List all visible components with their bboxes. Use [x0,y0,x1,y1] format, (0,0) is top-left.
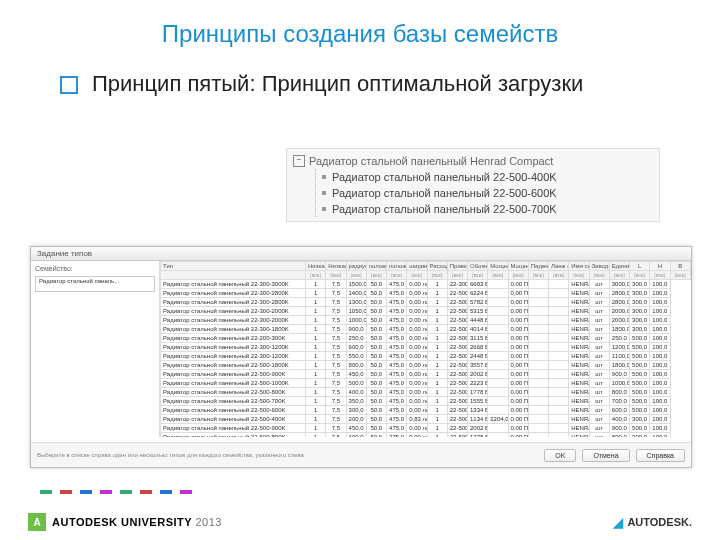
col-header[interactable]: L [630,262,650,271]
table-row[interactable]: Радиатор стальной панельный 22-300-1800K… [161,325,691,334]
tree-parent[interactable]: Радиатор стальной панельный Henrad Compa… [309,155,553,167]
table-cell: 0,00 л/с [407,316,427,325]
col-header[interactable]: положение_B [387,262,407,271]
table-cell: 900,0 [346,325,366,334]
table-cell: 0,83 л/с [407,415,427,424]
table-cell: шт [589,289,609,298]
ok-button[interactable]: OK [544,449,576,462]
table-row[interactable]: Радиатор стальной панельный 22-200-300K1… [161,334,691,343]
types-table-wrap[interactable]: ТипНизкая детализация_1Низкая детализаци… [160,261,691,437]
col-header[interactable]: Ланж окно [549,262,569,271]
units-cell[interactable]: (все) [447,271,467,280]
table-row[interactable]: Радиатор стальной панельный 22-300-2000K… [161,307,691,316]
help-button[interactable]: Справка [636,449,685,462]
table-cell: 50,0 [366,397,386,406]
units-cell[interactable]: (все) [650,271,670,280]
col-header[interactable]: радиус подключения [346,262,366,271]
table-cell: 1 [306,433,326,438]
units-cell[interactable]: (все) [468,271,488,280]
col-header[interactable]: Падение давления [528,262,548,271]
table-cell: 1400,0 [346,289,366,298]
tree-child[interactable]: Радиатор стальной панельный 22-500-600K [332,187,557,199]
family-select[interactable]: Радиатор стальной панель... [35,276,155,292]
table-cell [528,406,548,415]
col-header[interactable]: Мощность прибора [508,262,528,271]
table-row[interactable]: Радиатор стальной панельный 22-300-2000K… [161,316,691,325]
tree-child[interactable]: Радиатор стальной панельный 22-500-400K [332,171,557,183]
col-header[interactable]: положение_L [366,262,386,271]
table-cell: Радиатор стальной панельный 22-500-700K [161,397,306,406]
table-cell: 0,00 Па [508,316,528,325]
units-cell[interactable]: (все) [609,271,629,280]
table-cell: 0,00 л/с [407,370,427,379]
cancel-button[interactable]: Отмена [582,449,629,462]
table-cell: 1 [306,289,326,298]
units-cell[interactable]: (все) [427,271,447,280]
units-cell[interactable]: (все) [589,271,609,280]
units-cell[interactable]: (все) [508,271,528,280]
units-cell[interactable]: (все) [630,271,650,280]
table-cell: 22-500-60 [447,406,467,415]
units-cell[interactable]: (все) [326,271,346,280]
table-cell: 1 [427,370,447,379]
units-cell[interactable]: (все) [670,271,691,280]
tree-collapse-icon[interactable]: − [293,155,305,167]
table-cell: шт [589,334,609,343]
table-cell: 1 [427,307,447,316]
col-header[interactable]: Завод-изготовитель [589,262,609,271]
table-row[interactable]: Радиатор стальной панельный 22-500-800K1… [161,388,691,397]
table-cell: шт [589,388,609,397]
col-header[interactable]: Расход [427,262,447,271]
table-cell: HENRAD [569,298,589,307]
table-cell: 100,0 [650,352,670,361]
col-header[interactable]: ширина вен. [407,262,427,271]
col-header[interactable]: Низкая детализация_1 [306,262,326,271]
table-row[interactable]: Радиатор стальной панельный 22-300-3000K… [161,280,691,289]
units-cell[interactable]: (все) [549,271,569,280]
table-row[interactable]: Радиатор стальной панельный 22-500-900K1… [161,424,691,433]
table-row[interactable]: Радиатор стальной панельный 22-500-700K1… [161,397,691,406]
units-cell[interactable]: (все) [528,271,548,280]
table-row[interactable]: Радиатор стальной панельный 22-500-900K1… [161,370,691,379]
units-cell[interactable]: (все) [306,271,326,280]
table-row[interactable]: Радиатор стальной панельный 22-500-400K1… [161,415,691,424]
units-cell[interactable]: (все) [407,271,427,280]
table-row[interactable]: Радиатор стальной панельный 22-500-800K1… [161,433,691,438]
table-row[interactable]: Радиатор стальной панельный 22-300-2800K… [161,289,691,298]
table-row[interactable]: Радиатор стальной панельный 22-300-2800K… [161,298,691,307]
units-cell[interactable]: (все) [488,271,508,280]
table-cell: 500,0 [630,334,650,343]
col-header[interactable]: Правка системы [447,262,467,271]
table-cell: 100,0 [650,388,670,397]
table-cell: 1 [427,325,447,334]
col-header[interactable]: Имя системы [569,262,589,271]
table-cell [549,298,569,307]
tree-child[interactable]: Радиатор стальной панельный 22-500-700K [332,203,557,215]
table-cell: 100,0 [650,370,670,379]
table-cell: HENRAD [569,334,589,343]
units-cell[interactable]: (все) [387,271,407,280]
table-cell: 22-500-16 [447,307,467,316]
units-cell[interactable]: (все) [569,271,589,280]
units-cell[interactable]: (все) [346,271,366,280]
table-cell [528,325,548,334]
col-header[interactable]: Тип [161,262,306,271]
table-cell: Радиатор стальной панельный 22-300-1200K [161,352,306,361]
table-cell: 1100,0 [609,352,629,361]
col-header[interactable]: Обозначение для марки [468,262,488,271]
units-cell[interactable]: (все) [366,271,386,280]
table-row[interactable]: Радиатор стальной панельный 22-500-1800K… [161,361,691,370]
table-cell: 100,0 [650,433,670,438]
table-row[interactable]: Радиатор стальной панельный 22-300-1200K… [161,343,691,352]
table-row[interactable]: Радиатор стальной панельный 22-500-600K1… [161,406,691,415]
col-header[interactable]: Низкая детализация_2 [326,262,346,271]
col-header[interactable]: Единица измерения [609,262,629,271]
col-header[interactable]: B [670,262,691,271]
col-header[interactable]: Мощность прибора при норм. [488,262,508,271]
table-cell: 900,0 [609,424,629,433]
table-cell: 22-500-80 [447,388,467,397]
table-row[interactable]: Радиатор стальной панельный 22-500-1000K… [161,379,691,388]
table-row[interactable]: Радиатор стальной панельный 22-300-1200K… [161,352,691,361]
col-header[interactable]: H [650,262,670,271]
table-cell: 400,0 [609,415,629,424]
